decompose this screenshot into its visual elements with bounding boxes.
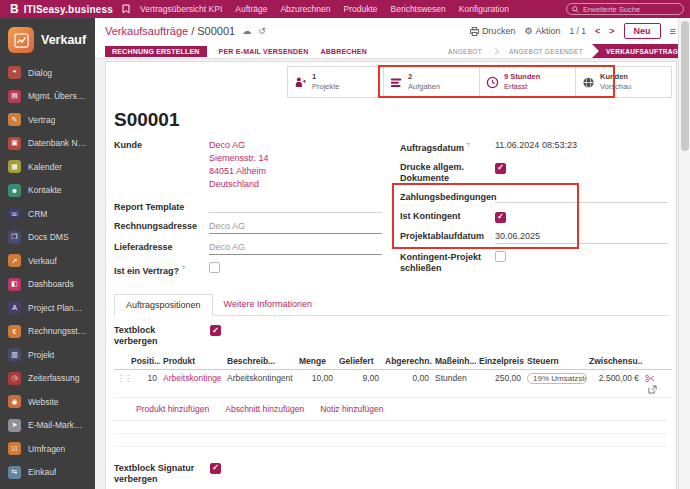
menu-konfiguration[interactable]: Konfiguration: [459, 4, 509, 14]
field-kunde: Kunde Deco AG Siemensstr. 14 84051 Althe…: [114, 139, 382, 191]
sidebar-item-umfragen[interactable]: ☑Umfragen: [0, 437, 95, 461]
tab-auftragspositionen[interactable]: Auftragspositionen: [114, 294, 213, 316]
brand-name[interactable]: ITISeasy.business: [24, 4, 113, 15]
textblock-signatur-checkbox[interactable]: [210, 463, 221, 474]
sidebar-item-email-marketing[interactable]: ➤E-Mail-Marketing: [0, 414, 95, 438]
cell-abgerechnet[interactable]: 0,00: [382, 370, 432, 398]
sidebar-item-verkauf[interactable]: ↗Verkauf: [0, 249, 95, 273]
cell-geliefert[interactable]: 9,00: [336, 370, 382, 398]
add-product-link[interactable]: Produkt hinzufügen: [136, 404, 209, 414]
vertical-scrollbar[interactable]: [678, 18, 690, 489]
auftragsdatum-value[interactable]: 11.06.2024 08:53:23: [495, 139, 668, 154]
col-zwischensumme[interactable]: Zwischensu...: [586, 353, 642, 370]
saved-cloud-icon[interactable]: ☁: [242, 26, 251, 36]
cell-tax-tag[interactable]: 19% Umsatzste: [527, 373, 587, 384]
cancel-button[interactable]: ABBRECHEN: [320, 48, 367, 55]
print-button[interactable]: Drucken: [470, 26, 516, 36]
sidebar-item-dialog[interactable]: ❝Dialog: [0, 61, 95, 85]
sidebar-item-datenbank[interactable]: ▣Datenbank Neutralisie...: [0, 132, 95, 156]
sidebar-item-crm[interactable]: ☏CRM: [0, 202, 95, 226]
sidebar-item-vertrag[interactable]: ✎Vertrag: [0, 108, 95, 132]
cell-einzelpreis[interactable]: 250,00: [476, 370, 524, 398]
zahlungsbedingungen-input[interactable]: [495, 191, 668, 203]
sidebar-item-kalender[interactable]: ▦Kalender: [0, 155, 95, 179]
sidebar-app-header[interactable]: Verkauf: [0, 18, 95, 61]
sidebar-item-project-planning[interactable]: AProject Planning: [0, 296, 95, 320]
sidebar-item-docs-dms[interactable]: ❐Docs DMS: [0, 226, 95, 250]
col-steuern[interactable]: Steuern: [524, 353, 586, 370]
cell-menge[interactable]: 10,00: [296, 370, 336, 398]
status-step-verkaufsauftrag[interactable]: VERKAUFSAUFTRAG: [592, 44, 690, 58]
cell-zwischensumme[interactable]: 2.500,00 €: [586, 370, 642, 398]
hamburger-menu-icon[interactable]: ≡: [670, 25, 676, 37]
sidebar-item-mgmt-uebersicht[interactable]: ▤Mgmt. Übersicht: [0, 85, 95, 109]
search-input[interactable]: Erweiterte Suche: [566, 3, 684, 15]
menu-abzurechnen[interactable]: Abzurechnen: [280, 4, 330, 14]
brand-logo[interactable]: B: [10, 2, 19, 16]
breadcrumb-parent[interactable]: Verkaufsaufträge: [105, 25, 188, 37]
col-geliefert[interactable]: Geliefert: [336, 353, 382, 370]
order-line-row[interactable]: ⋮⋮ 10 Arbeitskontingent Arbeitskontingen…: [114, 370, 672, 398]
fields-right-column: Auftragsdatum ? 11.06.2024 08:53:23 Druc…: [400, 139, 668, 284]
projektablaufdatum-input[interactable]: 30.06.2025: [495, 230, 668, 244]
external-link-icon[interactable]: [648, 385, 657, 394]
menu-vertragsuebersicht-kpi[interactable]: Vertragsübersicht KPI: [140, 4, 222, 14]
sales-icon: ↗: [8, 254, 21, 267]
bookmark-icon[interactable]: [122, 4, 130, 14]
prev-page-button[interactable]: <: [595, 26, 600, 36]
hours-stat-button[interactable]: 9 StundenErfasst: [479, 66, 576, 98]
textblock-verbergen-checkbox[interactable]: [210, 325, 221, 336]
send-email-button[interactable]: PER E-MAIL VERSENDEN: [219, 48, 309, 55]
sidebar-item-projekt[interactable]: ▥Projekt: [0, 343, 95, 367]
discard-undo-icon[interactable]: ↺: [258, 26, 266, 36]
report-template-input[interactable]: [209, 201, 382, 213]
col-position[interactable]: Positi...: [128, 353, 160, 370]
kunde-value[interactable]: Deco AG Siemensstr. 14 84051 Altheim Deu…: [209, 139, 382, 191]
projects-stat-button[interactable]: 1Projekte: [287, 66, 384, 98]
tasks-stat-button[interactable]: 2Aufgaben: [383, 66, 480, 98]
col-einzelpreis[interactable]: Einzelpreis: [476, 353, 524, 370]
tab-weitere-informationen[interactable]: Weitere Informationen: [213, 294, 323, 315]
col-beschreibung[interactable]: Beschreib...: [224, 353, 296, 370]
menu-produkte[interactable]: Produkte: [344, 4, 378, 14]
status-step-angebot[interactable]: ANGEBOT: [439, 44, 491, 58]
lieferadresse-input[interactable]: Deco AG: [209, 241, 382, 255]
customer-preview-stat-button[interactable]: KundenVorschau: [575, 66, 672, 98]
cell-position[interactable]: 10: [128, 370, 160, 398]
cell-masseinheit[interactable]: Stunden: [432, 370, 476, 398]
sidebar-item-website[interactable]: ◉Website: [0, 390, 95, 414]
ist-vertrag-checkbox[interactable]: [209, 262, 220, 273]
menu-berichtswesen[interactable]: Berichtswesen: [391, 4, 446, 14]
create-invoice-button[interactable]: RECHNUNG ERSTELLEN: [105, 46, 207, 57]
sidebar-item-rechnungsstellung[interactable]: €Rechnungsstellung: [0, 320, 95, 344]
add-section-link[interactable]: Abschnitt hinzufügen: [225, 404, 304, 414]
col-masseinheit[interactable]: Maßeinh...: [432, 353, 476, 370]
docs-dms-icon: ❐: [8, 231, 21, 244]
cell-product-link[interactable]: Arbeitskontingent: [163, 373, 221, 383]
add-note-link[interactable]: Notiz hinzufügen: [320, 404, 383, 414]
drucke-dokumente-checkbox[interactable]: [495, 163, 506, 174]
split-scissors-icon[interactable]: [645, 374, 655, 383]
menu-auftraege[interactable]: Aufträge: [235, 4, 267, 14]
sidebar-item-einkauf[interactable]: ⇆Einkauf: [0, 461, 95, 485]
kontingent-schliessen-checkbox[interactable]: [495, 251, 506, 262]
ist-kontingent-checkbox[interactable]: [495, 212, 506, 223]
next-page-button[interactable]: >: [609, 26, 614, 36]
sidebar-item-kontakte[interactable]: ☻Kontakte: [0, 179, 95, 203]
col-menge[interactable]: Menge: [296, 353, 336, 370]
printer-icon: [470, 27, 479, 36]
field-ist-kontingent: Ist Kontingent: [400, 210, 668, 223]
cell-description[interactable]: Arbeitskontingent: [227, 373, 293, 383]
field-kontingent-schliessen: Kontingent-Projekt schließen: [400, 251, 668, 274]
status-step-angebot-gesendet[interactable]: ANGEBOT GESENDET: [500, 44, 592, 58]
sidebar-item-dashboards[interactable]: ◧Dashboards: [0, 273, 95, 297]
sidebar-item-zeiterfassung[interactable]: ◷Zeiterfassung: [0, 367, 95, 391]
col-abgerechnet[interactable]: Abgerechn...: [382, 353, 432, 370]
drag-handle-icon[interactable]: ⋮⋮: [117, 374, 131, 383]
col-produkt[interactable]: Produkt: [160, 353, 224, 370]
scrollbar-thumb[interactable]: [681, 21, 689, 151]
globe-icon: [582, 76, 595, 89]
action-menu-button[interactable]: ⚙ Aktion: [524, 26, 560, 36]
new-record-button[interactable]: Neu: [624, 23, 661, 39]
rechnungsadresse-input[interactable]: Deco AG: [209, 220, 382, 234]
